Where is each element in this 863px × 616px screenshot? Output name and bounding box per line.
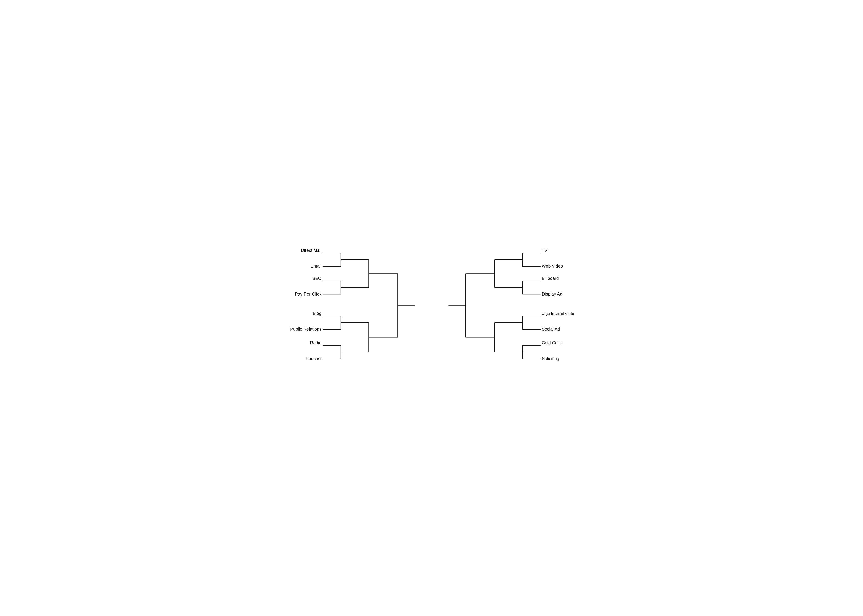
label-soliciting: Soliciting: [542, 356, 559, 361]
label-public-relations: Public Relations: [290, 327, 321, 332]
label-display-ad: Display Ad: [542, 291, 562, 296]
label-tv: TV: [542, 248, 547, 253]
label-email: Email: [310, 264, 321, 269]
label-blog: Blog: [313, 311, 321, 316]
label-cold-calls: Cold Calls: [542, 340, 562, 345]
label-direct-mail: Direct Mail: [301, 248, 321, 253]
label-web-video: Web Video: [542, 264, 563, 269]
label-billboard: Billboard: [542, 276, 559, 281]
label-seo: SEO: [312, 276, 321, 281]
label-social-ad: Social Ad: [542, 327, 560, 332]
label-podcast: Podcast: [306, 356, 321, 361]
label-organic-social-media: Organic Social Media: [542, 312, 574, 316]
label-radio: Radio: [310, 340, 321, 345]
bracket-container: Direct Mail Email SEO Pay-Per-Click Blog…: [298, 233, 565, 383]
label-pay-per-click: Pay-Per-Click: [295, 291, 321, 296]
